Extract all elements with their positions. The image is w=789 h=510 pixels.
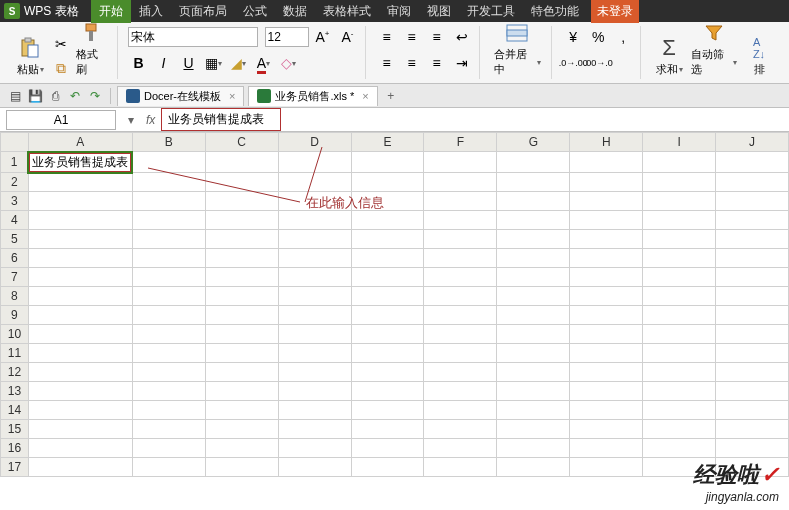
cell[interactable] — [497, 401, 570, 420]
cell[interactable] — [716, 211, 789, 230]
cell[interactable] — [643, 287, 716, 306]
copy-button[interactable]: ⧉ — [50, 57, 72, 79]
cell[interactable] — [28, 173, 132, 192]
cell[interactable] — [132, 382, 205, 401]
cell[interactable] — [570, 344, 643, 363]
currency-button[interactable]: ¥ — [562, 26, 584, 48]
cell[interactable] — [28, 420, 132, 439]
cell[interactable] — [716, 325, 789, 344]
font-name-select[interactable] — [128, 27, 258, 47]
cell[interactable] — [28, 268, 132, 287]
col-header-C[interactable]: C — [205, 133, 278, 152]
cell[interactable] — [497, 152, 570, 173]
row-header[interactable]: 14 — [1, 401, 29, 420]
cell[interactable] — [351, 152, 424, 173]
formula-input[interactable]: 业务员销售提成表 — [161, 108, 281, 131]
cell[interactable] — [205, 458, 278, 477]
cell[interactable] — [716, 173, 789, 192]
align-middle-button[interactable]: ≡ — [401, 26, 423, 48]
col-header-J[interactable]: J — [716, 133, 789, 152]
menu-insert[interactable]: 插入 — [131, 0, 171, 23]
cell[interactable] — [424, 268, 497, 287]
cell[interactable] — [497, 363, 570, 382]
comma-button[interactable]: , — [612, 26, 634, 48]
cell[interactable] — [643, 211, 716, 230]
cell[interactable]: 业务员销售提成表 — [28, 152, 132, 173]
cell[interactable] — [205, 152, 278, 173]
cell[interactable] — [570, 325, 643, 344]
row-header[interactable]: 16 — [1, 439, 29, 458]
cell[interactable] — [424, 306, 497, 325]
cell[interactable] — [497, 420, 570, 439]
cell[interactable] — [570, 420, 643, 439]
cell[interactable] — [278, 152, 351, 173]
cell[interactable] — [716, 152, 789, 173]
cell[interactable] — [424, 230, 497, 249]
cell[interactable] — [205, 382, 278, 401]
row-header[interactable]: 15 — [1, 420, 29, 439]
cell[interactable] — [132, 401, 205, 420]
cut-button[interactable]: ✂ — [50, 33, 72, 55]
cell[interactable] — [205, 230, 278, 249]
row-header[interactable]: 8 — [1, 287, 29, 306]
cell[interactable] — [132, 287, 205, 306]
fill-color-button[interactable]: ◢▾ — [228, 52, 250, 74]
border-button[interactable]: ▦▾ — [203, 52, 225, 74]
cell[interactable] — [278, 230, 351, 249]
cell[interactable] — [716, 249, 789, 268]
cell[interactable] — [278, 249, 351, 268]
cell[interactable] — [570, 249, 643, 268]
cell[interactable] — [351, 344, 424, 363]
close-icon[interactable]: × — [362, 90, 368, 102]
cell[interactable] — [643, 268, 716, 287]
cell[interactable] — [278, 268, 351, 287]
cell[interactable] — [716, 287, 789, 306]
cell[interactable] — [351, 439, 424, 458]
cell[interactable] — [132, 458, 205, 477]
cell[interactable] — [424, 401, 497, 420]
cell[interactable] — [351, 287, 424, 306]
font-color-button[interactable]: A▾ — [253, 52, 275, 74]
format-painter-button[interactable]: 格式刷 — [72, 19, 111, 79]
cell[interactable] — [278, 382, 351, 401]
row-header[interactable]: 13 — [1, 382, 29, 401]
cell[interactable] — [132, 344, 205, 363]
row-header[interactable]: 4 — [1, 211, 29, 230]
print-button[interactable]: ⎙ — [46, 87, 64, 105]
cell[interactable] — [497, 306, 570, 325]
cell[interactable] — [424, 249, 497, 268]
doc-tab-xls[interactable]: 业务员销售.xls * × — [248, 86, 377, 106]
cell[interactable] — [424, 325, 497, 344]
col-header-G[interactable]: G — [497, 133, 570, 152]
cell[interactable] — [424, 458, 497, 477]
cell[interactable] — [643, 382, 716, 401]
cell[interactable] — [716, 306, 789, 325]
cell[interactable] — [497, 344, 570, 363]
menu-review[interactable]: 审阅 — [379, 0, 419, 23]
paste-button[interactable]: 粘贴▾ — [12, 34, 48, 79]
sort-button[interactable]: AZ↓ 排 — [741, 34, 777, 79]
cell[interactable] — [132, 306, 205, 325]
menu-table-style[interactable]: 表格样式 — [315, 0, 379, 23]
increase-decimal-button[interactable]: .0→.00 — [562, 52, 584, 74]
row-header[interactable]: 6 — [1, 249, 29, 268]
merge-center-button[interactable]: 合并居中▾ — [490, 19, 546, 79]
row-header[interactable]: 12 — [1, 363, 29, 382]
cell[interactable] — [205, 173, 278, 192]
cell[interactable] — [570, 287, 643, 306]
cell[interactable] — [497, 268, 570, 287]
cell[interactable] — [28, 249, 132, 268]
cell[interactable] — [716, 230, 789, 249]
col-header-H[interactable]: H — [570, 133, 643, 152]
decrease-font-button[interactable]: A- — [337, 26, 359, 48]
cell[interactable] — [716, 401, 789, 420]
cell[interactable] — [205, 211, 278, 230]
cell[interactable] — [497, 230, 570, 249]
row-header[interactable]: 3 — [1, 192, 29, 211]
increase-font-button[interactable]: A+ — [312, 26, 334, 48]
cell[interactable] — [278, 173, 351, 192]
cell[interactable] — [28, 458, 132, 477]
close-icon[interactable]: × — [229, 90, 235, 102]
cell[interactable] — [497, 173, 570, 192]
cell[interactable] — [497, 287, 570, 306]
